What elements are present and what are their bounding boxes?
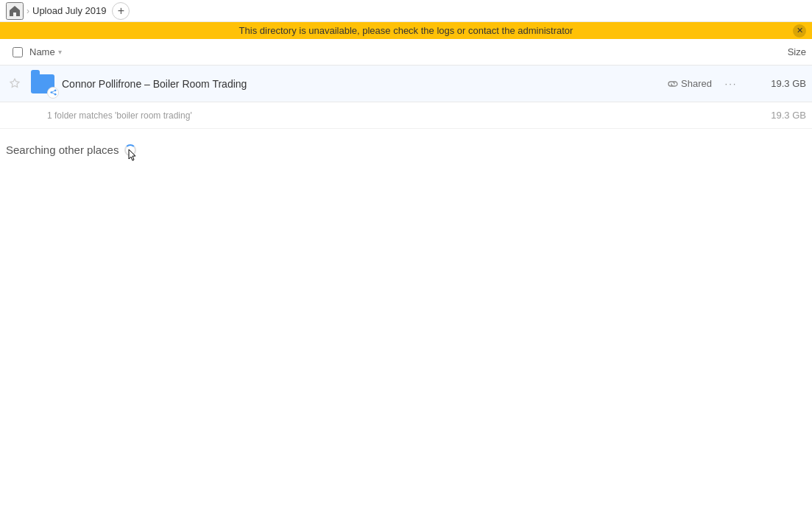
svg-line-3 [51, 91, 54, 93]
link-icon [668, 79, 678, 89]
star-button[interactable] [6, 75, 24, 93]
warning-message: This directory is unavailable, please ch… [239, 25, 573, 36]
file-name: Connor Pollifrone – Boiler Room Trading [62, 78, 668, 90]
summary-text: 1 folder matches 'boiler room trading' [47, 110, 747, 121]
size-column-header: Size [747, 46, 806, 57]
select-all-checkbox[interactable] [6, 47, 29, 57]
breadcrumb-title: Upload July 2019 [32, 5, 106, 16]
size-column-label: Size [788, 46, 806, 57]
shared-badge: Shared [668, 78, 712, 89]
more-icon: ··· [725, 78, 738, 89]
add-button[interactable]: + [112, 2, 130, 20]
sort-icon: ▾ [58, 48, 62, 56]
summary-size: 19.3 GB [747, 110, 806, 121]
name-column-header[interactable]: Name ▾ [29, 46, 747, 57]
svg-line-4 [51, 93, 54, 95]
file-row[interactable]: Connor Pollifrone – Boiler Room Trading … [0, 66, 812, 102]
column-header: Name ▾ Size [0, 39, 812, 66]
top-bar: › Upload July 2019 + [0, 0, 812, 22]
more-options-button[interactable]: ··· [721, 74, 741, 94]
home-button[interactable] [6, 2, 24, 20]
file-size: 19.3 GB [747, 78, 806, 89]
summary-row: 1 folder matches 'boiler room trading' 1… [0, 102, 812, 129]
warning-banner: This directory is unavailable, please ch… [0, 22, 812, 39]
name-column-label: Name [29, 46, 55, 57]
select-all-input[interactable] [13, 47, 23, 57]
searching-section: Searching other places [0, 129, 812, 162]
file-icon [29, 71, 56, 97]
share-overlay-icon [47, 87, 59, 99]
breadcrumb-arrow: › [27, 6, 29, 16]
shared-label: Shared [681, 78, 712, 89]
searching-label: Searching other places [6, 144, 119, 156]
warning-close-button[interactable]: ✕ [793, 24, 806, 38]
loading-spinner [124, 144, 136, 156]
